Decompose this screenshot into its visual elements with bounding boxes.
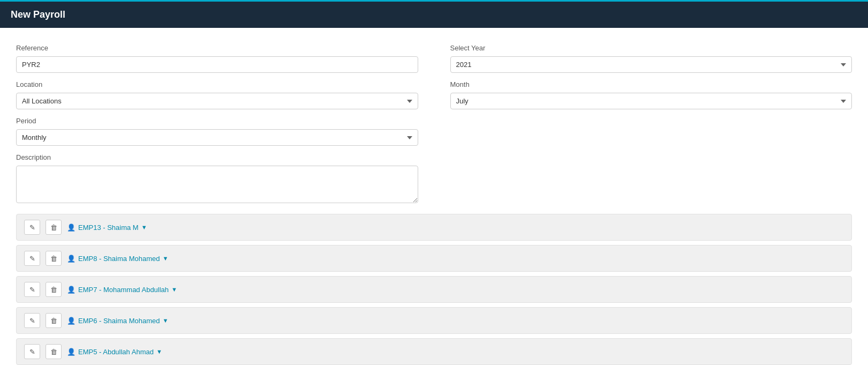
delete-button[interactable]: 🗑: [46, 220, 62, 235]
edit-icon: ✎: [29, 255, 35, 263]
edit-button[interactable]: ✎: [24, 344, 40, 359]
trash-icon: 🗑: [50, 286, 57, 294]
employee-list: ✎🗑 👤 EMP13 - Shaima M ▼ ✎🗑 👤 EMP8 - Shai…: [16, 214, 852, 365]
edit-icon: ✎: [29, 348, 35, 356]
edit-button[interactable]: ✎: [24, 251, 40, 266]
page-title: New Payroll: [11, 9, 65, 20]
edit-icon: ✎: [29, 317, 35, 325]
employee-id-name: EMP8 - Shaima Mohamed: [78, 255, 160, 263]
employee-row: ✎🗑 👤 EMP8 - Shaima Mohamed ▼: [16, 245, 852, 272]
period-label: Period: [16, 117, 418, 125]
edit-button[interactable]: ✎: [24, 220, 40, 235]
edit-icon: ✎: [29, 224, 35, 232]
employee-name[interactable]: 👤 EMP8 - Shaima Mohamed ▼: [67, 255, 168, 263]
chevron-down-icon: ▼: [162, 317, 168, 324]
edit-button[interactable]: ✎: [24, 282, 40, 297]
employee-name[interactable]: 👤 EMP13 - Shaima M ▼: [67, 224, 147, 232]
delete-button[interactable]: 🗑: [46, 282, 62, 297]
employee-name[interactable]: 👤 EMP7 - Mohammad Abdullah ▼: [67, 286, 177, 294]
employee-id-name: EMP5 - Abdullah Ahmad: [78, 348, 154, 356]
employee-row: ✎🗑 👤 EMP5 - Abdullah Ahmad ▼: [16, 338, 852, 365]
delete-button[interactable]: 🗑: [46, 344, 62, 359]
employee-id-name: EMP6 - Shaima Mohamed: [78, 317, 160, 325]
trash-icon: 🗑: [50, 348, 57, 356]
trash-icon: 🗑: [50, 255, 57, 263]
employee-row: ✎🗑 👤 EMP7 - Mohammad Abdullah ▼: [16, 276, 852, 303]
edit-button[interactable]: ✎: [24, 313, 40, 328]
chevron-down-icon: ▼: [162, 255, 168, 262]
location-label: Location: [16, 80, 418, 88]
month-label: Month: [450, 80, 852, 88]
delete-button[interactable]: 🗑: [46, 251, 62, 266]
chevron-down-icon: ▼: [156, 348, 162, 355]
chevron-down-icon: ▼: [141, 224, 147, 230]
reference-input[interactable]: [16, 56, 418, 73]
description-textarea[interactable]: [16, 166, 418, 203]
employee-row: ✎🗑 👤 EMP13 - Shaima M ▼: [16, 214, 852, 241]
employee-name[interactable]: 👤 EMP5 - Abdullah Ahmad ▼: [67, 348, 162, 356]
description-label: Description: [16, 153, 418, 161]
person-icon: 👤: [67, 286, 76, 294]
employee-id-name: EMP13 - Shaima M: [78, 224, 139, 232]
year-select[interactable]: 2019 2020 2021 2022 2023: [450, 56, 852, 73]
reference-label: Reference: [16, 44, 418, 52]
chevron-down-icon: ▼: [171, 286, 177, 293]
period-select[interactable]: Monthly Weekly Bi-Weekly: [16, 129, 418, 146]
employee-row: ✎🗑 👤 EMP6 - Shaima Mohamed ▼: [16, 307, 852, 334]
select-year-label: Select Year: [450, 44, 852, 52]
person-icon: 👤: [67, 348, 76, 356]
location-select[interactable]: All Locations: [16, 93, 418, 109]
person-icon: 👤: [67, 317, 76, 325]
trash-icon: 🗑: [50, 224, 57, 232]
delete-button[interactable]: 🗑: [46, 313, 62, 328]
month-select[interactable]: January February March April May June Ju…: [450, 93, 852, 109]
employee-name[interactable]: 👤 EMP6 - Shaima Mohamed ▼: [67, 317, 168, 325]
person-icon: 👤: [67, 255, 76, 263]
employee-id-name: EMP7 - Mohammad Abdullah: [78, 286, 169, 294]
edit-icon: ✎: [29, 286, 35, 294]
trash-icon: 🗑: [50, 317, 57, 325]
person-icon: 👤: [67, 224, 76, 232]
